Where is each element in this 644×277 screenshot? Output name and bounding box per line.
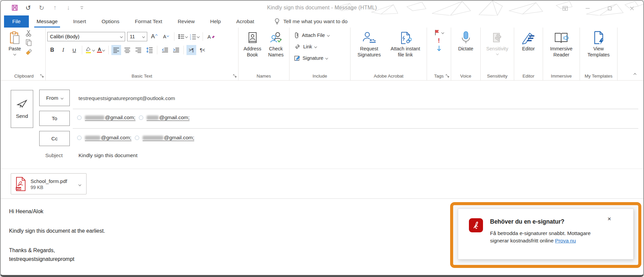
svg-text:PDF: PDF xyxy=(17,187,22,190)
request-signatures-button[interactable]: Request Signatures xyxy=(354,28,385,58)
shrink-font-button[interactable]: A xyxy=(161,32,171,42)
high-importance-button[interactable]: ! xyxy=(438,37,440,44)
underline-button[interactable]: U xyxy=(69,45,79,55)
basic-text-dialog-launcher-icon[interactable] xyxy=(233,74,237,78)
align-left-button[interactable] xyxy=(111,45,121,55)
attachment-size: 99 KB xyxy=(31,185,67,190)
clear-formatting-button[interactable]: A xyxy=(206,32,216,42)
font-size-combo[interactable]: 11 xyxy=(127,32,147,41)
group-label-names: Names xyxy=(238,74,289,79)
align-center-button[interactable] xyxy=(122,45,132,55)
low-importance-icon[interactable] xyxy=(437,45,441,51)
link-label: Link xyxy=(303,44,312,49)
attachment-well: PDF School_form.pdf 99 KB xyxy=(1,169,643,199)
close-icon[interactable] xyxy=(629,6,635,11)
to-button[interactable]: To xyxy=(39,111,70,126)
adobe-acrobat-icon xyxy=(469,218,483,232)
address-book-icon xyxy=(247,30,258,46)
copy-icon[interactable] xyxy=(25,39,33,46)
restore-icon[interactable] xyxy=(607,6,612,11)
tab-review[interactable]: Review xyxy=(170,15,203,28)
ribbon-display-options-icon[interactable] xyxy=(562,5,568,11)
rtl-paragraph-button[interactable]: ¶< xyxy=(198,45,207,55)
tab-message[interactable]: Message xyxy=(29,15,65,28)
from-button[interactable]: From xyxy=(39,90,70,106)
send-button[interactable]: Send xyxy=(11,90,33,128)
sensitivity-button[interactable]: Sensitivity xyxy=(482,28,512,55)
group-label-basic-text: Basic Text xyxy=(46,74,238,79)
ribbon-tabs: File Message Insert Options Format Text … xyxy=(1,15,643,28)
font-name-combo[interactable]: Calibri (Body) xyxy=(47,32,125,41)
bold-button[interactable]: B xyxy=(47,45,57,55)
tell-me-box[interactable]: Tell me what you want to do xyxy=(274,15,347,28)
signature-button[interactable]: Signature xyxy=(294,52,348,64)
group-include: Attach File Link Signature Include xyxy=(289,28,351,80)
popup-card: Behöver du en e-signatur? Få betrodda e-… xyxy=(458,209,634,260)
follow-up-button[interactable] xyxy=(434,30,444,36)
paste-button[interactable]: Paste xyxy=(4,28,25,56)
paste-icon xyxy=(9,30,20,46)
presence-icon xyxy=(77,116,82,120)
tab-file[interactable]: File xyxy=(4,15,29,28)
increase-indent-button[interactable] xyxy=(171,45,181,55)
dictate-icon xyxy=(461,30,471,46)
grow-font-button[interactable]: A xyxy=(149,32,159,42)
bullets-button[interactable] xyxy=(178,32,187,42)
decrease-indent-button[interactable] xyxy=(160,45,170,55)
to-label: To xyxy=(52,116,57,122)
immersive-reader-button[interactable]: Immersive Reader xyxy=(545,28,578,58)
popup-close-icon[interactable]: × xyxy=(607,216,611,222)
dictate-button[interactable]: Dictate xyxy=(453,28,479,52)
group-editor: Editor Editor xyxy=(514,28,543,80)
link-button[interactable]: Link xyxy=(294,41,348,52)
pdf-file-icon: PDF xyxy=(14,177,26,191)
address-book-button[interactable]: Address Book xyxy=(240,28,265,58)
align-right-button[interactable] xyxy=(133,45,143,55)
prova-nu-link[interactable]: Prova nu xyxy=(555,238,576,243)
cc-recipients[interactable]: @gmail.com; @gmail.com; xyxy=(77,135,194,141)
cc-button[interactable]: Cc xyxy=(39,131,70,146)
tab-options[interactable]: Options xyxy=(94,15,127,28)
cut-icon[interactable] xyxy=(25,30,33,37)
link-icon xyxy=(294,44,301,49)
tab-insert[interactable]: Insert xyxy=(65,15,94,28)
recipient-chip[interactable]: @gmail.com; xyxy=(147,114,190,121)
address-book-label: Address Book xyxy=(240,46,265,58)
attachment-dropdown-icon[interactable] xyxy=(77,179,83,189)
paste-dropdown-icon[interactable] xyxy=(13,53,16,55)
minimize-icon[interactable] xyxy=(585,6,590,11)
recipient-chip[interactable]: @gmail.com; xyxy=(85,135,131,141)
tab-format-text[interactable]: Format Text xyxy=(127,15,170,28)
recipient-chip[interactable]: @gmail.com; xyxy=(143,135,195,141)
group-clipboard: Paste Clipboard xyxy=(3,28,46,80)
attach-file-button[interactable]: Attach File xyxy=(294,30,348,41)
tab-help[interactable]: Help xyxy=(202,15,228,28)
redacted-name xyxy=(85,136,100,140)
attach-instant-file-link-button[interactable]: Attach instant file link xyxy=(387,28,424,58)
editor-button[interactable]: Editor xyxy=(517,28,540,52)
line-spacing-button[interactable] xyxy=(145,45,154,55)
numbering-button[interactable]: 1 2 3 xyxy=(190,32,199,42)
popup-title: Behöver du en e-signatur? xyxy=(490,218,565,225)
group-sensitivity: Sensitivity Sensitivity xyxy=(481,28,514,80)
svg-text:3: 3 xyxy=(190,38,191,40)
subject-input[interactable]: Kindly sign this document xyxy=(78,152,138,158)
to-recipients[interactable]: @gmail.com; @gmail.com; xyxy=(77,114,190,121)
view-templates-button[interactable]: View Templates xyxy=(583,28,614,58)
tab-acrobat[interactable]: Acrobat xyxy=(228,15,262,28)
paperclip-icon xyxy=(294,32,300,39)
highlight-button[interactable] xyxy=(85,45,95,55)
check-names-button[interactable]: Check Names xyxy=(265,28,287,58)
outlook-compose-window: ↺ ↻ ↑ ↓ Kindly sign this document - Mess… xyxy=(0,0,644,277)
tags-dialog-launcher-icon[interactable] xyxy=(446,74,449,78)
recipient-chip[interactable]: @gmail.com; xyxy=(85,114,136,121)
collapse-ribbon-icon[interactable] xyxy=(634,73,636,76)
request-signatures-icon xyxy=(362,30,377,46)
font-color-button[interactable]: A xyxy=(96,45,106,55)
format-painter-icon[interactable] xyxy=(25,48,33,56)
ltr-paragraph-button[interactable]: >¶ xyxy=(186,45,196,55)
clipboard-dialog-launcher-icon[interactable] xyxy=(40,74,44,78)
italic-button[interactable]: I xyxy=(58,45,68,55)
redacted-name xyxy=(147,116,159,120)
attachment-card[interactable]: PDF School_form.pdf 99 KB xyxy=(11,173,87,194)
